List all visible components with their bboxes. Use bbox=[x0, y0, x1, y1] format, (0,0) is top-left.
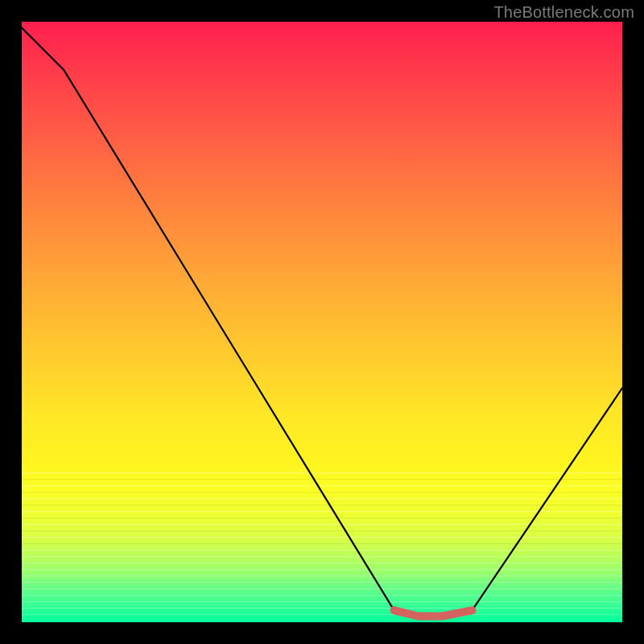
watermark-label: TheBottleneck.com bbox=[493, 3, 634, 22]
main-curve-path bbox=[22, 28, 622, 617]
plot-area bbox=[22, 22, 622, 622]
line-chart-svg bbox=[22, 22, 622, 622]
bottom-highlight-path bbox=[394, 610, 473, 616]
chart-container: TheBottleneck.com bbox=[0, 0, 644, 644]
